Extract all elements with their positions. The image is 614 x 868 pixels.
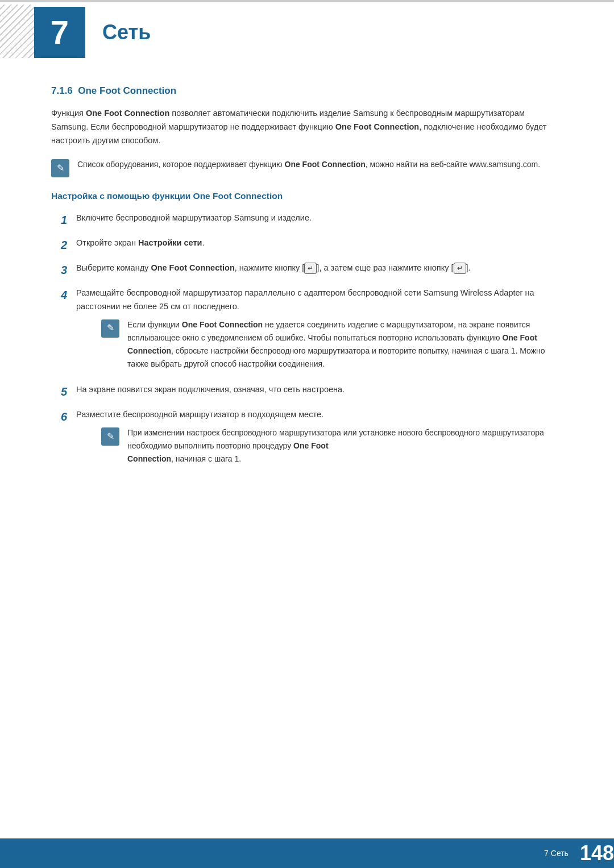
step-content-5: На экране появится экран подключения, оз… [76,383,563,397]
note-text-1: Список оборудования, которое поддерживае… [77,158,540,171]
note-icon-step6 [101,427,119,446]
note-icon-step4 [101,319,119,338]
intro-paragraph: Функция One Foot Connection позволяет ав… [51,107,563,148]
main-content: 7.1.6 One Foot Connection Функция One Fo… [0,85,614,535]
footer: 7 Сеть 148 [0,838,614,868]
step-item-4: 4 Размещайте беспроводной маршрутизатор … [51,286,563,375]
note-text-step6: При изменении настроек беспроводного мар… [127,426,563,466]
step-content-4: Размещайте беспроводной маршрутизатор па… [76,286,563,375]
bold-term-step4a: One Foot Connection [182,320,263,329]
bold-term-1: One Foot Connection [86,109,169,118]
section-heading: 7.1.6 One Foot Connection [51,85,563,97]
step-item-6: 6 Разместите беспроводной маршрутизатор … [51,408,563,470]
bold-term-2: One Foot Connection [335,122,419,131]
button-icon-1: ↵ [304,263,317,275]
step-number-4: 4 [51,286,67,304]
section-id: 7.1.6 [51,85,73,96]
step-list: 1 Включите беспроводной маршрутизатор Sa… [51,211,563,470]
chapter-number-box: 7 [34,7,85,58]
step-number-5: 5 [51,383,67,400]
step-content-6: Разместите беспроводной маршрутизатор в … [76,408,563,470]
subsection-heading: Настройка с помощью функции One Foot Con… [51,191,563,201]
chapter-header: 7 Сеть [0,0,614,63]
bold-term-step2: Настройки сети [138,238,202,247]
step-item-5: 5 На экране появится экран подключения, … [51,383,563,400]
chapter-number: 7 [51,16,69,49]
footer-inner: 7 Сеть 148 [544,843,614,863]
bold-term-step4b: One Foot Connection [127,333,537,355]
note-icon-1 [51,159,69,177]
step-item-1: 1 Включите беспроводной маршрутизатор Sa… [51,211,563,229]
step-number-3: 3 [51,261,67,279]
step-content-2: Откройте экран Настройки сети. [76,236,563,250]
chapter-title: Сеть [102,20,151,44]
step-content-1: Включите беспроводной маршрутизатор Sams… [76,211,563,225]
step-content-3: Выберите команду One Foot Connection, на… [76,261,563,275]
step-number-1: 1 [51,211,67,229]
section-title: One Foot Connection [78,85,176,96]
footer-label: 7 Сеть [544,849,569,858]
step-item-3: 3 Выберите команду One Foot Connection, … [51,261,563,279]
footer-page-number: 148 [580,843,614,863]
button-icon-2: ↵ [454,263,466,275]
bold-term-note1: One Foot Connection [285,160,366,169]
step-number-6: 6 [51,408,67,425]
note-box-step4: Если функции One Foot Connection не удае… [101,318,563,371]
step-item-2: 2 Откройте экран Настройки сети. [51,236,563,254]
note-box-1: Список оборудования, которое поддерживае… [51,158,563,177]
bold-term-step3: One Foot Connection [151,263,234,272]
note-box-step6: При изменении настроек беспроводного мар… [101,426,563,466]
bold-term-step6a: One FootConnection [127,441,329,463]
step-number-2: 2 [51,236,67,254]
note-text-step4: Если функции One Foot Connection не удае… [127,318,563,371]
